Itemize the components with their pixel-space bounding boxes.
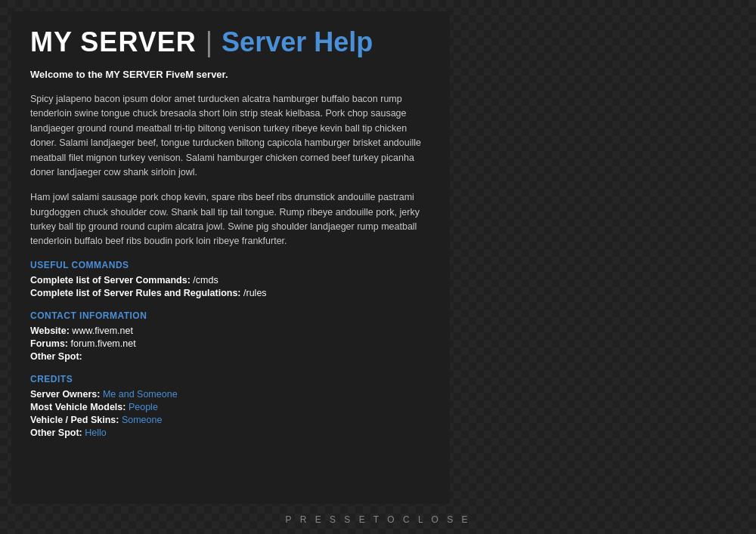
rules-label: Complete list of Server Rules and Regula… xyxy=(30,288,241,298)
credits-other-row: Other Spot: Hello xyxy=(30,428,431,438)
owners-row: Server Owners: Me and Someone xyxy=(30,389,431,400)
server-title: MY SERVER xyxy=(30,26,197,58)
body-paragraph-1: Spicy jalapeno bacon ipsum dolor amet tu… xyxy=(30,92,431,180)
help-title: Server Help xyxy=(222,26,373,58)
contact-heading: CONTACT INFORMATION xyxy=(30,310,431,321)
contact-section: CONTACT INFORMATION Website: www.fivem.n… xyxy=(30,310,431,362)
vehicles-label: Most Vehicle Models: xyxy=(30,402,125,412)
website-value: www.fivem.net xyxy=(72,326,133,336)
commands-label: Complete list of Server Commands: xyxy=(30,275,191,286)
contact-other-row: Other Spot: xyxy=(30,351,431,362)
header-divider: | xyxy=(206,26,212,58)
owners-label: Server Owners: xyxy=(30,389,100,400)
press-close-label: P R E S S E T O C L O S E xyxy=(286,514,471,525)
website-label: Website: xyxy=(30,326,70,336)
vehicles-row: Most Vehicle Models: People xyxy=(30,402,431,412)
main-panel: MY SERVER | Server Help Welcome to the M… xyxy=(11,11,450,504)
ped-row: Vehicle / Ped Skins: Someone xyxy=(30,415,431,425)
forums-label: Forums: xyxy=(30,338,68,349)
ped-value: Someone xyxy=(122,415,163,425)
forums-value: forum.fivem.net xyxy=(70,338,135,349)
commands-value: /cmds xyxy=(193,275,218,286)
contact-other-label: Other Spot: xyxy=(30,351,82,362)
rules-value: /rules xyxy=(243,288,267,298)
body-paragraph-2: Ham jowl salami sausage pork chop kevin,… xyxy=(30,190,431,249)
header: MY SERVER | Server Help xyxy=(30,26,431,58)
rules-row: Complete list of Server Rules and Regula… xyxy=(30,288,431,298)
vehicles-value: People xyxy=(129,402,158,412)
commands-row: Complete list of Server Commands: /cmds xyxy=(30,275,431,286)
commands-heading: USEFUL COMMANDS xyxy=(30,260,431,270)
commands-section: USEFUL COMMANDS Complete list of Server … xyxy=(30,260,431,298)
credits-other-value: Hello xyxy=(85,428,107,438)
credits-heading: CREDITS xyxy=(30,374,431,384)
forums-row: Forums: forum.fivem.net xyxy=(30,338,431,349)
owners-value: Me and Someone xyxy=(103,389,178,400)
credits-other-label: Other Spot: xyxy=(30,428,82,438)
credits-section: CREDITS Server Owners: Me and Someone Mo… xyxy=(30,374,431,438)
welcome-text: Welcome to the MY SERVER FiveM server. xyxy=(30,69,431,80)
ped-label: Vehicle / Ped Skins: xyxy=(30,415,119,425)
website-row: Website: www.fivem.net xyxy=(30,326,431,336)
